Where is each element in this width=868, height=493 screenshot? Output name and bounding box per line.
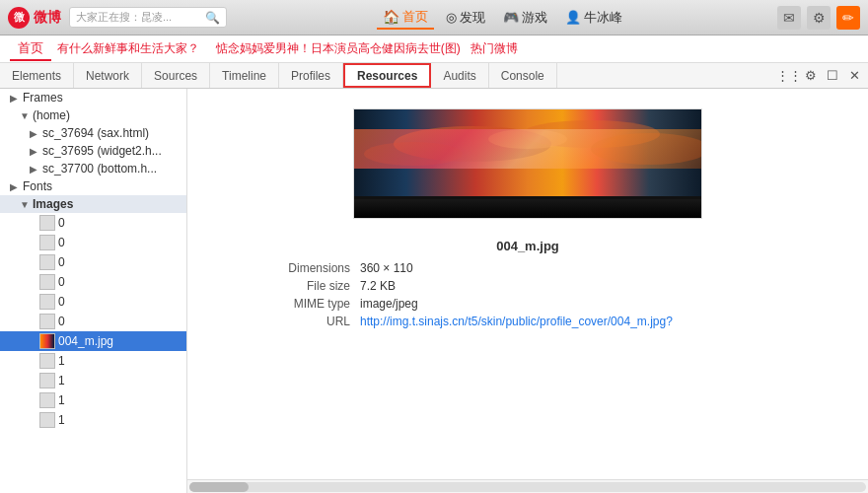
svg-point-5 (488, 129, 567, 149)
mail-button[interactable]: ✉ (777, 6, 801, 30)
image-thumb-1-2 (39, 373, 55, 388)
filesize-row: File size 7.2 KB (281, 279, 774, 293)
scrollbar-thumb[interactable] (189, 482, 249, 492)
nav-user[interactable]: 👤 牛冰峰 (559, 7, 628, 29)
search-bar[interactable]: 大家正在搜：昆凌... 🔍 (69, 7, 227, 28)
frames-home-item[interactable]: (home) (0, 106, 186, 124)
nav-home[interactable]: 🏠 首页 (377, 6, 434, 30)
filesize-value: 7.2 KB (360, 279, 396, 293)
weibo-logo: 微 微博 (8, 7, 61, 29)
image-label-1-4: 1 (58, 413, 65, 427)
image-thumb-1-1 (39, 353, 55, 369)
image-item-004-m-jpg[interactable]: 004_m.jpg (0, 331, 186, 351)
image-item-0-6[interactable]: 0 (0, 312, 186, 331)
filesize-label: File size (281, 279, 360, 293)
fonts-arrow-icon (10, 181, 20, 192)
svg-point-2 (522, 120, 660, 148)
image-thumb-1-3 (39, 392, 55, 408)
svg-point-4 (591, 133, 701, 165)
weibo-home-tab[interactable]: 首页 (10, 37, 51, 61)
scrollbar-track (189, 482, 866, 492)
search-icon: 🔍 (205, 11, 220, 25)
search-text: 大家正在搜：昆凌... (76, 10, 172, 25)
tab-profiles[interactable]: Profiles (279, 63, 343, 88)
sc37700-arrow-icon (30, 164, 39, 175)
image-item-0-5[interactable]: 0 (0, 292, 186, 312)
image-item-0-1[interactable]: 0 (0, 213, 186, 233)
svg-rect-6 (354, 198, 701, 218)
tab-network[interactable]: Network (74, 63, 142, 88)
weibo-logo-text: 微博 (34, 9, 61, 27)
preview-image (354, 109, 701, 218)
devtools-dock-icon[interactable]: ☐ (823, 66, 842, 86)
nav-user-label: 牛冰峰 (584, 9, 622, 27)
right-horizontal-scrollbar[interactable] (187, 479, 868, 493)
dimensions-label: Dimensions (281, 261, 360, 275)
fonts-label: Fonts (23, 179, 52, 193)
settings-button[interactable]: ⚙ (807, 6, 831, 30)
image-item-1-4[interactable]: 1 (0, 410, 186, 430)
image-item-0-4[interactable]: 0 (0, 272, 186, 292)
home-label: (home) (33, 108, 70, 122)
image-thumb-0-6 (39, 314, 55, 329)
image-thumb-004-m-jpg (39, 333, 55, 349)
nav-right: ✉ ⚙ ✏ (777, 6, 860, 30)
svg-point-1 (394, 126, 551, 162)
images-section-header[interactable]: Images (0, 195, 186, 213)
mimetype-value: image/jpeg (360, 297, 418, 311)
image-label-1-1: 1 (58, 354, 65, 368)
devtools-close-icon[interactable]: ✕ (844, 66, 864, 86)
image-info: 004_m.jpg Dimensions 360 × 110 File size… (281, 239, 774, 332)
image-thumb-0-4 (39, 274, 55, 290)
image-item-1-2[interactable]: 1 (0, 371, 186, 390)
devtools-body: Frames (home) sc_37694 (sax.html) sc_376… (0, 89, 868, 493)
images-arrow-icon (20, 199, 30, 210)
image-item-0-3[interactable]: 0 (0, 252, 186, 272)
image-label-1-2: 1 (58, 374, 65, 387)
image-label-0-5: 0 (58, 295, 65, 309)
browser-toolbar: 微 微博 大家正在搜：昆凌... 🔍 🏠 首页 ◎ 发现 🎮 游戏 👤 牛冰峰 … (0, 0, 868, 35)
weibo-logo-icon: 微 (8, 7, 30, 29)
frames-sc37700-item[interactable]: sc_37700 (bottom.h... (0, 160, 186, 177)
dimensions-value: 360 × 110 (360, 261, 413, 275)
compose-button[interactable]: ✏ (836, 6, 860, 30)
nav-games[interactable]: 🎮 游戏 (497, 7, 553, 29)
url-value[interactable]: http://img.t.sinajs.cn/t5/skin/public/pr… (360, 315, 673, 328)
nav-discover[interactable]: ◎ 发现 (440, 7, 491, 29)
tab-resources[interactable]: Resources (343, 63, 431, 88)
image-item-1-3[interactable]: 1 (0, 390, 186, 410)
frames-section-header[interactable]: Frames (0, 89, 186, 106)
image-preview-area: 004_m.jpg Dimensions 360 × 110 File size… (187, 89, 868, 479)
image-thumb-1-4 (39, 412, 55, 428)
fonts-section-header[interactable]: Fonts (0, 177, 186, 195)
image-item-0-2[interactable]: 0 (0, 233, 186, 252)
image-item-1-1[interactable]: 1 (0, 351, 186, 371)
svg-rect-7 (354, 196, 701, 199)
frames-label: Frames (23, 91, 63, 105)
frames-sc37694-item[interactable]: sc_37694 (sax.html) (0, 124, 186, 142)
left-panel: Frames (home) sc_37694 (sax.html) sc_376… (0, 89, 187, 493)
nav-games-label: 游戏 (522, 9, 547, 27)
images-label: Images (33, 197, 73, 211)
devtools-more-icon[interactable]: ⋮⋮ (779, 66, 799, 86)
sc37695-label: sc_37695 (widget2.h... (42, 144, 162, 158)
tab-sources[interactable]: Sources (142, 63, 210, 88)
image-label-0-4: 0 (58, 275, 65, 289)
url-label: URL (281, 315, 360, 328)
sc37694-label: sc_37694 (sax.html) (42, 126, 149, 140)
devtools-settings-icon[interactable]: ⚙ (801, 66, 821, 86)
frames-sc37695-item[interactable]: sc_37695 (widget2.h... (0, 142, 186, 160)
tab-timeline[interactable]: Timeline (210, 63, 279, 88)
preview-image-svg (354, 109, 701, 218)
nav-links: 🏠 首页 ◎ 发现 🎮 游戏 👤 牛冰峰 (235, 6, 769, 30)
news-text: 有什么新鲜事和生活大家？ (57, 41, 199, 55)
image-label-004-m-jpg: 004_m.jpg (58, 334, 113, 348)
sc37700-label: sc_37700 (bottom.h... (42, 162, 157, 176)
tab-console[interactable]: Console (489, 63, 557, 88)
tab-elements[interactable]: Elements (0, 63, 74, 88)
url-row: URL http://img.t.sinajs.cn/t5/skin/publi… (281, 315, 774, 328)
frames-arrow-icon (10, 93, 20, 104)
image-label-0-6: 0 (58, 315, 65, 328)
tab-audits[interactable]: Audits (431, 63, 488, 88)
discover-icon: ◎ (446, 10, 457, 25)
